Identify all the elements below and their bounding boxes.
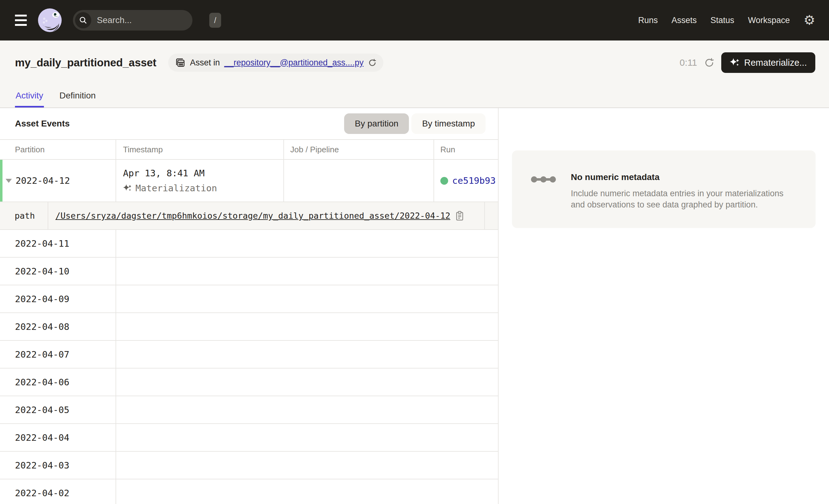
column-header-partition: Partition [15, 145, 44, 154]
job-pipeline-cell [284, 160, 434, 202]
metadata-row-spacer [485, 202, 498, 229]
column-header-timestamp: Timestamp [123, 145, 163, 154]
page-title: my_daily_partitioned_asset [15, 57, 156, 69]
table-row[interactable]: 2022-04-06 [0, 368, 498, 396]
metadata-path-link[interactable]: /Users/sryza/dagster/tmp6hmkoios/storage… [56, 211, 450, 220]
empty-row-cells [116, 452, 498, 479]
top-nav-item[interactable]: Workspace [748, 15, 790, 25]
asset-group-icon [175, 57, 186, 68]
badge-refresh-icon[interactable] [368, 59, 376, 67]
table-row[interactable]: 2022-04-03 [0, 452, 498, 479]
tab-bar: Activity Definition [15, 91, 96, 107]
search-shortcut-badge: / [209, 13, 221, 28]
table-row[interactable]: 2022-04-05 [0, 396, 498, 424]
empty-row-cells [116, 313, 498, 340]
by-timestamp-button[interactable]: By timestamp [411, 113, 485, 134]
asset-events-pane: Asset Events By partition By timestamp P… [0, 108, 499, 504]
empty-state-body: Include numeric metadata entries in your… [571, 188, 797, 210]
table-row[interactable]: 2022-04-02 [0, 479, 498, 504]
partition-value: 2022-04-05 [15, 405, 69, 415]
table-row[interactable]: 2022-04-04 [0, 424, 498, 452]
empty-row-cells [116, 230, 498, 257]
top-nav-bar: / Runs Assets Status Workspace ⚙ [0, 0, 829, 40]
empty-row-cells [116, 285, 498, 313]
event-timestamp: Apr 13, 8:41 AM [123, 168, 205, 179]
empty-state-title: No numeric metadata [571, 172, 797, 182]
metadata-key: path [0, 202, 48, 229]
materialization-sparkle-icon [123, 184, 132, 192]
event-type-label: Materialization [136, 183, 217, 193]
settings-gear-icon[interactable]: ⚙ [803, 14, 815, 27]
empty-row-cells [116, 479, 498, 504]
event-view-toggle: By partition By timestamp [344, 113, 485, 134]
asset-events-table: Partition Timestamp Job / Pipeline Run 2… [0, 139, 498, 504]
partition-value: 2022-04-08 [15, 321, 69, 332]
column-header-job: Job / Pipeline [290, 145, 339, 154]
empty-row-cells [116, 258, 498, 285]
search-icon [75, 12, 91, 28]
asset-events-heading: Asset Events [15, 119, 70, 129]
partition-value: 2022-04-11 [15, 238, 69, 249]
top-nav-links: Runs Assets Status Workspace [638, 15, 790, 25]
no-numeric-metadata-card: No numeric metadata Include numeric meta… [512, 150, 816, 228]
table-row[interactable]: 2022-04-10 [0, 258, 498, 285]
top-nav-item[interactable]: Runs [638, 15, 658, 25]
copy-path-icon[interactable] [455, 211, 464, 221]
top-nav-item[interactable]: Status [710, 15, 734, 25]
partition-metadata-pane: No numeric metadata Include numeric meta… [499, 108, 829, 504]
partition-value: 2022-04-06 [15, 377, 69, 388]
table-header-row: Partition Timestamp Job / Pipeline Run [0, 140, 498, 160]
refresh-icon[interactable] [704, 58, 714, 68]
graph-dots-icon [531, 174, 556, 211]
empty-row-cells [116, 341, 498, 368]
search-bar[interactable]: / [73, 10, 192, 31]
asset-location-badge: Asset in __repository__@partitioned_ass.… [168, 53, 383, 72]
empty-row-cells [116, 396, 498, 423]
partition-rows: 2022-04-11 2022-04-10 2022-04-09 2022-04… [0, 230, 498, 504]
empty-row-cells [116, 424, 498, 451]
partition-value: 2022-04-12 [15, 175, 70, 186]
dagster-logo-icon[interactable] [38, 8, 62, 32]
rematerialize-button[interactable]: Rematerialize... [721, 52, 815, 73]
partition-value: 2022-04-02 [15, 488, 69, 498]
refresh-timer: 0:11 [680, 57, 697, 68]
hamburger-menu-icon[interactable] [15, 15, 29, 26]
search-input[interactable] [97, 15, 209, 25]
table-row[interactable]: 2022-04-11 [0, 230, 498, 258]
column-header-run: Run [440, 145, 455, 154]
run-status-dot [440, 177, 448, 185]
table-row[interactable]: 2022-04-09 [0, 285, 498, 313]
table-row-expanded[interactable]: 2022-04-12 Apr 13, 8:41 AM Materializati… [0, 160, 498, 202]
partition-value: 2022-04-07 [15, 349, 69, 360]
sparkle-icon [730, 58, 740, 68]
table-row[interactable]: 2022-04-08 [0, 313, 498, 341]
metadata-row: path /Users/sryza/dagster/tmp6hmkoios/st… [0, 202, 498, 230]
run-id-link[interactable]: ce519b93 [452, 175, 496, 186]
partition-value: 2022-04-09 [15, 294, 69, 304]
tab-definition[interactable]: Definition [59, 91, 97, 107]
tab-activity[interactable]: Activity [15, 91, 44, 107]
top-nav-item[interactable]: Assets [672, 15, 697, 25]
repository-link[interactable]: __repository__@partitioned_ass....py [224, 58, 364, 68]
rematerialize-label: Rematerialize... [744, 58, 807, 68]
collapse-caret-icon[interactable] [6, 179, 12, 183]
by-partition-button[interactable]: By partition [344, 113, 409, 134]
partition-value: 2022-04-04 [15, 432, 69, 443]
asset-page-header: my_daily_partitioned_asset Asset in __re… [0, 40, 829, 108]
asset-in-label: Asset in [190, 58, 220, 68]
empty-row-cells [116, 368, 498, 396]
table-row[interactable]: 2022-04-07 [0, 341, 498, 368]
partition-value: 2022-04-10 [15, 266, 69, 277]
partition-value: 2022-04-03 [15, 460, 69, 471]
